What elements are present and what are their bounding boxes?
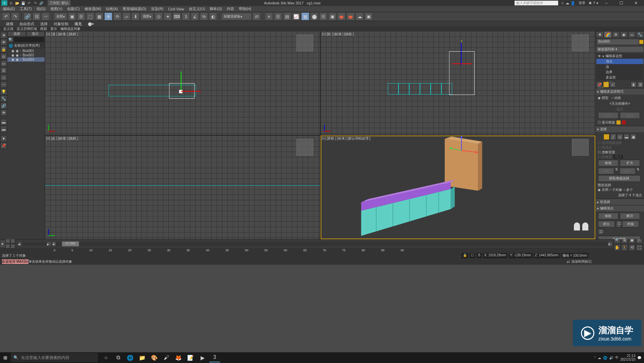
menu-scripting[interactable]: 脚本(S) [210, 6, 222, 11]
subribbon-display[interactable]: 显示 [50, 27, 57, 31]
selection-filter-dropdown[interactable]: 全部 ▾ [54, 13, 67, 20]
isolate-toggle-icon[interactable]: ☐ [470, 253, 475, 258]
sub-element-icon[interactable]: ▣ [630, 134, 636, 140]
object-color-swatch[interactable] [639, 40, 643, 44]
sub-border-icon[interactable]: ◇ [617, 134, 623, 140]
ribbon-tab-selection[interactable]: 选择 [40, 21, 48, 27]
coords-mode-icon[interactable]: ♁ [477, 253, 482, 258]
freeze-toggle-icon[interactable]: ◉ [16, 58, 19, 61]
menu-content[interactable]: 内容 [227, 6, 234, 11]
viewport-persp-label[interactable]: [+] [透视 ] [标准 ] [默认明暗处理 ] [322, 136, 371, 141]
lock-icon[interactable]: 🔒 [462, 253, 468, 258]
rendered-frame-button[interactable]: ▣ [328, 12, 336, 20]
grow-button[interactable]: 扩大 [620, 160, 640, 166]
viewport-layout-button[interactable] [5, 239, 16, 249]
modify-tab-icon[interactable]: 🌈 [604, 31, 612, 38]
ribbon-tab-freeform[interactable]: 自由形式 [19, 21, 34, 27]
add-time-tag-button[interactable]: 添加时间标记 [572, 259, 592, 264]
scene-item-box003[interactable]: ◉ ◉ ▫ Box003 [7, 57, 45, 62]
ribbon-tab-modeling[interactable]: 建模 [6, 21, 13, 27]
wave-icon[interactable]: 〰 [0, 81, 7, 88]
maximize-vp-icon[interactable]: ⛶ [636, 244, 643, 251]
select-icon[interactable]: ▭ [0, 60, 7, 67]
layer-explorer-icon[interactable]: ☰ [0, 67, 7, 74]
x-coord-input[interactable]: X: 1918.29mm [483, 253, 507, 258]
open-icon[interactable]: 📂 [15, 1, 19, 5]
select-place-button[interactable]: ⬇ [131, 12, 140, 20]
rectangular-region-button[interactable]: ⬚ [86, 12, 94, 20]
weld-settings-icon[interactable]: ☐ [598, 229, 603, 235]
steering-wheel-icon[interactable] [574, 222, 589, 232]
link-tool-icon[interactable]: 🔗 [0, 102, 7, 109]
maxscript-button[interactable]: 欢迎使用 MAXScr [2, 259, 29, 264]
pin-stack-icon[interactable]: 📌 [596, 82, 602, 88]
viewcube-front[interactable] [572, 35, 589, 51]
sub-edge-icon[interactable]: ╱ [610, 134, 616, 140]
visibility-icon[interactable]: ◉ [11, 58, 14, 61]
viewport-front-label[interactable]: [+] [前 ] [标准 ] [线框 ] [322, 32, 354, 37]
scene-search-input[interactable] [14, 37, 44, 42]
menu-create[interactable]: 创建(C) [67, 6, 79, 11]
menu-civil-view[interactable]: Civil View [168, 7, 184, 11]
viewport-perspective[interactable]: [+] [透视 ] [标准 ] [默认明暗处理 ] [321, 136, 596, 239]
render-in-cloud-button[interactable]: ☁ [356, 12, 364, 20]
percent-snap-button[interactable]: % [200, 12, 208, 20]
viewcube-top[interactable] [297, 35, 313, 51]
hide-icon[interactable]: 👁 [0, 39, 7, 46]
cortana-icon[interactable]: ○ [101, 353, 111, 362]
object-name-input[interactable]: Box003 [597, 39, 639, 45]
sub-polygon-icon[interactable]: ▬ [624, 134, 630, 140]
undo-button[interactable]: ↶ [2, 12, 10, 20]
select-object-button[interactable]: ▣ [68, 12, 76, 20]
ignore-backfacing-checkbox[interactable]: ☐ 忽略背面 [598, 150, 615, 154]
extrude-settings-icon[interactable]: ☐ [616, 221, 621, 227]
open-a360-button[interactable]: ▣ [365, 12, 373, 20]
network-icon[interactable]: 🌐 [603, 356, 607, 360]
remove-modifier-icon[interactable]: 🗑 [631, 82, 637, 88]
menu-graph-editors[interactable]: 图形编辑器(D) [123, 6, 146, 11]
volume-icon[interactable]: 🔊 [609, 356, 613, 360]
viewport-top[interactable]: [+] [顶 ] [标准 ] [线框 ] [45, 31, 320, 135]
taskbar-clock[interactable]: 21:13 2021/1/10 [621, 354, 636, 361]
scene-item-box002[interactable]: ◉ ◉ ▫ Box002 [7, 53, 45, 57]
cage-color-2[interactable] [622, 120, 626, 124]
light-icon[interactable]: 💡 [0, 88, 7, 95]
motion-tab-icon[interactable]: ◉ [620, 31, 628, 38]
rollout-soft-selection[interactable]: ▸ 软选择 [596, 199, 644, 205]
display-tab-icon[interactable]: ▭ [628, 31, 636, 38]
use-center-button[interactable]: ⊙ [155, 12, 163, 20]
star-icon[interactable]: ☆ [561, 1, 564, 5]
freeze-toggle-icon[interactable]: ◉ [16, 53, 19, 57]
scene-scrollbar[interactable]: ◂ ▸ [18, 242, 50, 246]
ribbon-tab-object-paint[interactable]: 对象绘制 [54, 21, 68, 27]
stack-sub-border[interactable]: 边界 [596, 69, 643, 75]
rollout-selection[interactable]: ▾ 选择 [596, 126, 644, 132]
display-floater-icon[interactable]: ◇ [0, 74, 7, 81]
pin-icon[interactable]: 📌 [0, 142, 7, 149]
scene-search-icon[interactable]: 🔍 [8, 37, 13, 42]
preview-multi-radio[interactable]: ○ 多个 [623, 188, 633, 192]
freeze-toggle-icon[interactable]: ◉ [16, 49, 19, 53]
scene-sort-header[interactable]: 🌐 名称(按升序排序) [7, 43, 45, 49]
time-tag-icon[interactable]: 🏷 [567, 260, 570, 264]
menu-tools[interactable]: 工具(T) [20, 6, 32, 11]
preview-subobj-radio[interactable]: ○ 子对象 [609, 188, 623, 192]
filter-icon[interactable]: ▼ [0, 135, 7, 142]
align-button[interactable]: ≡ [265, 12, 273, 20]
login-link[interactable]: 登录 [579, 1, 585, 5]
task-view-icon[interactable]: ⧉ [113, 353, 123, 362]
create-tab-icon[interactable]: ✚ [596, 31, 604, 38]
maximize-button[interactable]: ☐ [614, 0, 628, 6]
menu-help[interactable]: 帮助(H) [239, 6, 251, 11]
manipulate-button[interactable]: ✦ [164, 12, 172, 20]
layer-button[interactable]: ☰ [274, 12, 282, 20]
wrench-icon[interactable]: 🔧 [0, 95, 7, 102]
viewport-left-label[interactable]: [+] [左 ] [标准 ] [线框 ] [46, 136, 78, 141]
show-frozen-icon[interactable]: ❄ [0, 32, 7, 39]
ribbon-tab-populate[interactable]: 填充 [74, 21, 82, 27]
viewport-top-label[interactable]: [+] [顶 ] [标准 ] [线框 ] [46, 32, 78, 37]
preview-off-radio[interactable]: ◉ 关闭 [598, 188, 608, 192]
app-palette-icon[interactable]: 🖌 [161, 353, 172, 362]
subribbon-define-flow[interactable]: 定义流 [3, 27, 13, 31]
show-cage-checkbox[interactable]: ☐ 显示框架 [598, 120, 615, 125]
